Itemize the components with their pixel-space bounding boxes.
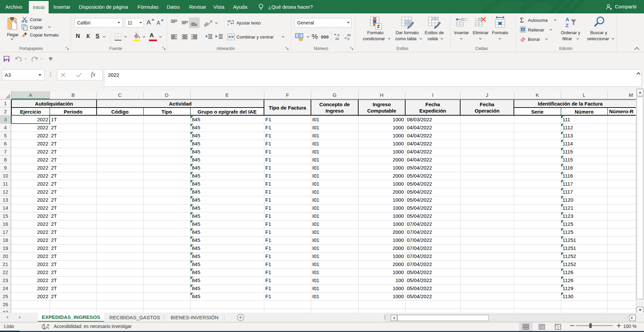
svg-text:Z: Z	[566, 22, 569, 28]
svg-text:,00: ,00	[335, 37, 339, 41]
svg-text:ab: ab	[227, 19, 231, 23]
svg-text:,0: ,0	[337, 34, 339, 37]
svg-text:A: A	[566, 16, 569, 22]
svg-text:,0: ,0	[347, 37, 350, 41]
svg-text:c: c	[227, 23, 229, 26]
svg-text:,00: ,00	[346, 34, 351, 37]
